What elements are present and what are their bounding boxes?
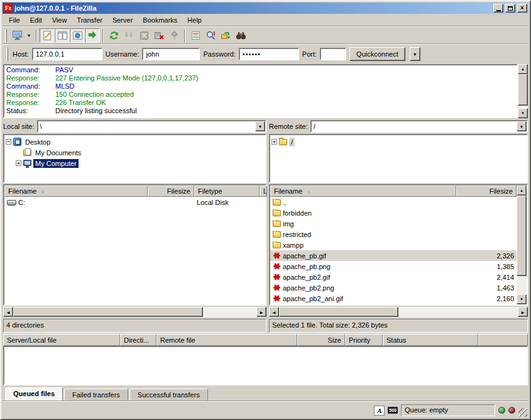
scroll-right-button[interactable]: ▶ — [518, 307, 528, 317]
file-row[interactable]: forbidden — [270, 207, 517, 218]
toggle-message-log-button[interactable] — [40, 28, 55, 43]
scroll-right-button[interactable]: ▶ — [256, 307, 266, 317]
menu-view[interactable]: View — [47, 15, 72, 25]
tab-failed-transfers[interactable]: Failed transfers — [64, 389, 128, 401]
column-header-status[interactable]: Status — [383, 334, 478, 346]
column-header-remote-file[interactable]: Remote file — [156, 334, 297, 346]
menu-edit[interactable]: Edit — [25, 15, 47, 25]
quickconnect-dropdown-button[interactable]: ▼ — [410, 47, 420, 61]
column-header-size[interactable]: Size — [297, 334, 345, 346]
tree-item-desktop[interactable]: − Desktop — [6, 136, 264, 147]
site-manager-dropdown-button[interactable]: ▼ — [25, 28, 33, 43]
menu-file[interactable]: File — [4, 15, 25, 25]
quickconnect-grip[interactable] — [6, 47, 8, 61]
tab-queued-files[interactable]: Queued files — [5, 387, 63, 401]
compare-directories-button[interactable] — [203, 28, 218, 43]
toggle-local-tree-button[interactable] — [55, 28, 70, 43]
column-header-filetype[interactable]: Filetype — [194, 185, 260, 197]
scrollbar-thumb[interactable] — [279, 307, 398, 317]
column-header-priority[interactable]: Priority — [345, 334, 383, 346]
menu-help[interactable]: Help — [182, 15, 207, 25]
folder-icon — [273, 210, 281, 216]
file-row-selected[interactable]: apache_pb.gif 2,326 — [270, 250, 517, 261]
toggle-remote-tree-button[interactable] — [70, 28, 85, 43]
toolbar-separator — [184, 30, 185, 42]
close-button[interactable]: × — [517, 4, 527, 13]
toolbar-grip[interactable] — [5, 30, 7, 42]
file-row[interactable]: apache_pb.png 1,385 — [270, 261, 517, 272]
folder-icon — [273, 242, 281, 248]
synchronized-browsing-button[interactable] — [218, 28, 233, 43]
local-site-label: Local site: — [3, 123, 35, 130]
scrollbar-track[interactable] — [518, 74, 528, 108]
scrollbar-thumb[interactable] — [518, 74, 528, 106]
file-row[interactable]: xampp — [270, 240, 517, 250]
filter-button[interactable] — [188, 28, 203, 43]
remote-vertical-scrollbar[interactable]: ▲ ▼ — [517, 185, 527, 304]
reconnect-button[interactable] — [167, 28, 182, 43]
column-header-filesize[interactable]: Filesize — [148, 185, 194, 197]
scroll-down-button[interactable]: ▼ — [518, 108, 528, 118]
combo-dropdown-button[interactable]: ▼ — [255, 121, 265, 131]
scroll-up-button[interactable]: ▲ — [517, 185, 527, 196]
remote-tree: + / — [269, 134, 528, 183]
scrollbar-thumb[interactable] — [517, 196, 527, 276]
local-list-header: Filename▲ Filesize Filetype L — [4, 185, 265, 197]
resize-grip-icon[interactable] — [518, 408, 527, 417]
scrollbar-track[interactable] — [13, 307, 256, 318]
column-header-server-local-file[interactable]: Server/Local file — [3, 334, 120, 346]
local-site-combobox[interactable]: \ ▼ — [37, 120, 266, 133]
collapse-icon[interactable]: − — [6, 139, 11, 145]
scroll-left-button[interactable]: ◀ — [269, 307, 279, 317]
menu-bar: File Edit View Transfer Server Bookmarks… — [3, 14, 528, 26]
expand-icon[interactable]: + — [16, 160, 21, 166]
expand-icon[interactable]: + — [271, 139, 277, 145]
toggle-transfer-queue-button[interactable] — [85, 28, 100, 43]
scroll-left-button[interactable]: ◀ — [3, 307, 13, 317]
maximize-button[interactable] — [505, 4, 515, 13]
scrollbar-track[interactable] — [517, 196, 527, 294]
combo-dropdown-button[interactable]: ▼ — [517, 121, 527, 131]
file-row[interactable]: img — [270, 218, 517, 229]
scroll-down-button[interactable]: ▼ — [517, 294, 527, 304]
tree-item-my-computer[interactable]: + My Computer — [6, 158, 264, 169]
scrollbar-track[interactable] — [279, 307, 518, 318]
disconnect-button[interactable] — [151, 28, 167, 43]
file-row[interactable]: apache_pb2_ani.gif 2,160 — [270, 293, 517, 304]
file-row[interactable]: .. — [270, 197, 517, 207]
scrollbar-thumb[interactable] — [13, 307, 203, 317]
refresh-button[interactable] — [106, 28, 121, 43]
column-header-filename[interactable]: Filename▲ — [4, 185, 148, 197]
scroll-up-button[interactable]: ▲ — [518, 64, 528, 74]
local-horizontal-scrollbar[interactable]: ◀ ▶ — [3, 307, 266, 318]
file-row[interactable]: restricted — [270, 229, 517, 240]
username-input[interactable] — [142, 48, 200, 60]
column-header-filesize[interactable]: Filesize — [456, 185, 517, 197]
file-row[interactable]: apache_pb2.gif 2,414 — [270, 272, 517, 282]
quickconnect-button[interactable]: Quickconnect — [349, 47, 405, 61]
tab-successful-transfers[interactable]: Successful transfers — [129, 389, 208, 401]
password-input[interactable] — [239, 48, 299, 60]
speed-limits-icon[interactable]: 500 — [388, 407, 398, 414]
tree-item-root[interactable]: + / — [271, 136, 525, 147]
file-row[interactable]: apache_pb2.png 1,463 — [270, 282, 517, 293]
menu-bookmarks[interactable]: Bookmarks — [138, 15, 182, 25]
host-input[interactable] — [32, 48, 102, 60]
file-row-c-drive[interactable]: C: Local Disk — [4, 197, 265, 207]
queue-list-empty[interactable] — [3, 346, 528, 385]
menu-server[interactable]: Server — [107, 15, 138, 25]
datatype-indicator-icon[interactable]: A — [374, 406, 385, 416]
cancel-operation-button[interactable] — [136, 28, 151, 43]
find-files-button[interactable] — [233, 28, 248, 43]
tree-item-my-documents[interactable]: My Documents — [6, 147, 264, 158]
menu-transfer[interactable]: Transfer — [72, 15, 107, 25]
log-scrollbar[interactable]: ▲ ▼ — [518, 64, 528, 118]
port-input[interactable] — [320, 48, 346, 60]
column-header-direction[interactable]: Directi... — [120, 334, 156, 346]
minimize-button[interactable] — [493, 4, 503, 13]
remote-site-combobox[interactable]: / ▼ — [310, 120, 528, 133]
column-header-filename[interactable]: Filename▲ — [270, 185, 456, 197]
process-queue-button[interactable] — [121, 28, 136, 43]
remote-horizontal-scrollbar[interactable]: ◀ ▶ — [269, 307, 528, 318]
site-manager-button[interactable] — [9, 28, 25, 43]
